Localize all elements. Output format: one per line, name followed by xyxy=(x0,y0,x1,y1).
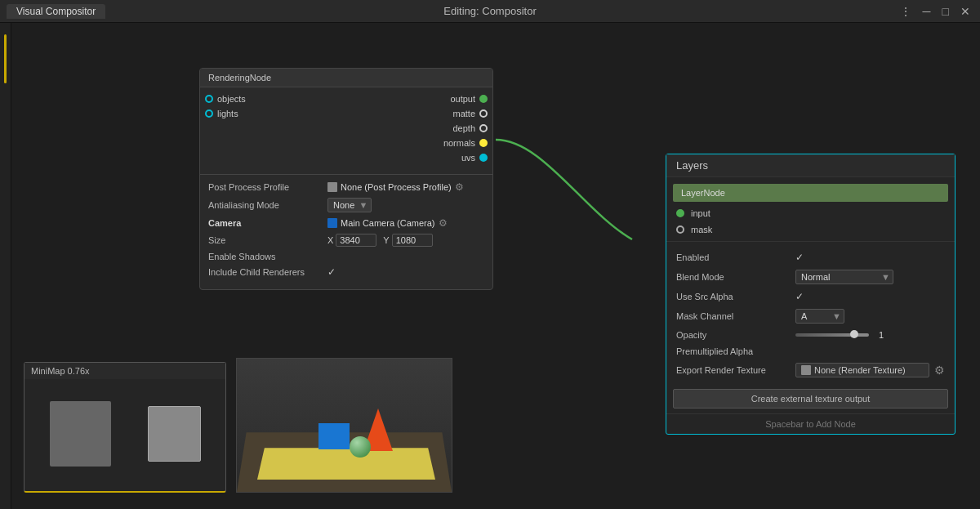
left-sidebar xyxy=(0,23,11,509)
size-inputs: X Y xyxy=(327,234,433,247)
layer-maskchannel-label: Mask Channel xyxy=(676,311,791,321)
include-child-checkmark: ✓ xyxy=(327,266,336,278)
output-depth-label: depth xyxy=(452,123,475,133)
camera-icon xyxy=(327,218,337,228)
size-y-field: Y xyxy=(383,234,432,247)
scene-blue-cube xyxy=(318,423,350,449)
sidebar-accent xyxy=(4,34,7,83)
blendmode-select[interactable]: Normal xyxy=(795,270,893,284)
size-x-field: X xyxy=(327,234,376,247)
input-objects: objects xyxy=(205,94,277,104)
maximize-button[interactable]: □ xyxy=(939,3,952,20)
socket-normals[interactable] xyxy=(479,139,488,147)
minimap-node-1 xyxy=(50,401,111,467)
create-external-texture-button[interactable]: Create external texture output xyxy=(673,389,948,409)
layer-opacity-row: Opacity 1 xyxy=(666,327,955,343)
output-normals: normals xyxy=(287,138,488,148)
scene-floor xyxy=(257,448,435,480)
menu-button[interactable]: ⋮ xyxy=(897,3,915,20)
viewport-preview xyxy=(236,358,452,493)
node-properties: Post Process Profile None (Post Process … xyxy=(200,174,492,289)
socket-uvs[interactable] xyxy=(479,154,488,162)
output-depth: depth xyxy=(287,123,488,133)
node-outputs: output matte depth normals xyxy=(282,87,492,174)
texture-text: None (Render Texture) xyxy=(814,365,906,375)
size-x-label: X xyxy=(327,235,333,245)
texture-icon xyxy=(801,365,811,375)
socket-matte[interactable] xyxy=(479,109,488,118)
layer-node-item[interactable]: LayerNode xyxy=(673,184,948,202)
output-matte: matte xyxy=(287,109,488,118)
layer-enabled-check: ✓ xyxy=(795,252,804,263)
rendering-node: RenderingNode objects lights ou xyxy=(199,68,493,290)
output-normals-label: normals xyxy=(443,138,475,148)
socket-objects[interactable] xyxy=(205,95,213,103)
minimap-header: MiniMap 0.76x xyxy=(24,363,225,379)
layers-panel: Layers LayerNode input mask Enabled ✓ B xyxy=(666,154,956,435)
size-x-input[interactable] xyxy=(336,234,376,247)
layer-opacity-label: Opacity xyxy=(676,330,791,340)
output-uvs: uvs xyxy=(287,153,488,163)
socket-lights[interactable] xyxy=(205,109,213,118)
size-y-input[interactable] xyxy=(392,234,433,247)
prop-camera-label: Camera xyxy=(208,218,323,228)
layer-enabled-label: Enabled xyxy=(676,252,791,262)
layer-mask-socket-row: mask xyxy=(666,221,955,238)
layer-input-socket[interactable] xyxy=(676,209,684,217)
viewport-bg xyxy=(237,359,452,492)
prop-size-label: Size xyxy=(208,235,323,245)
editor-title: Editing: Compositor xyxy=(443,5,536,17)
maskchannel-dropdown-wrapper: A ▼ xyxy=(795,309,844,324)
prop-camera: Camera Main Camera (Camera) ⚙ xyxy=(208,217,484,229)
layer-usesrcalpha-check: ✓ xyxy=(795,291,804,302)
window-tab-label: Visual Compositor xyxy=(7,4,105,19)
camera-text: Main Camera (Camera) xyxy=(341,218,435,228)
prop-antialiasing: Antialiasing Mode None ▼ xyxy=(208,198,484,212)
post-process-icon xyxy=(327,182,337,192)
node-canvas[interactable]: RenderingNode objects lights ou xyxy=(11,23,980,509)
window-controls: ⋮ ─ □ ✕ xyxy=(897,3,973,20)
opacity-slider[interactable] xyxy=(795,333,869,337)
socket-depth[interactable] xyxy=(479,124,488,132)
main-area: RenderingNode objects lights ou xyxy=(0,23,980,509)
node-header: RenderingNode xyxy=(200,69,492,87)
prop-size: Size X Y xyxy=(208,234,484,247)
layer-maskchannel-row: Mask Channel A ▼ xyxy=(666,306,955,327)
prop-include-child: Include Child Renderers ✓ xyxy=(208,266,484,278)
node-body: objects lights output matte xyxy=(200,87,492,174)
prop-camera-value: Main Camera (Camera) ⚙ xyxy=(327,217,450,229)
socket-output[interactable] xyxy=(479,95,488,103)
minimize-button[interactable]: ─ xyxy=(920,3,934,20)
layer-texture-row: Export Render Texture None (Render Textu… xyxy=(666,359,955,381)
post-process-text: None (Post Process Profile) xyxy=(341,182,452,192)
layer-premult-row: Premultiplied Alpha xyxy=(666,343,955,359)
post-process-gear-icon[interactable]: ⚙ xyxy=(455,181,466,193)
close-button[interactable]: ✕ xyxy=(957,3,973,20)
prop-post-process-label: Post Process Profile xyxy=(208,182,323,192)
opacity-thumb xyxy=(850,330,858,338)
blendmode-dropdown-wrapper: Normal ▼ xyxy=(795,270,893,284)
output-output-label: output xyxy=(450,94,475,104)
layer-mask-label: mask xyxy=(691,225,712,234)
layer-mask-socket[interactable] xyxy=(676,225,684,234)
output-output: output xyxy=(287,94,488,104)
layer-input-label: input xyxy=(691,208,710,218)
opacity-value: 1 xyxy=(879,330,884,340)
prop-antialiasing-label: Antialiasing Mode xyxy=(208,200,323,210)
layer-usesrcalpha-row: Use Src Alpha ✓ xyxy=(666,288,955,306)
antialiasing-value: None xyxy=(333,200,354,210)
layer-texture-label: Export Render Texture xyxy=(676,365,791,375)
scene-green-sphere xyxy=(350,436,371,458)
input-lights-label: lights xyxy=(217,109,238,118)
output-matte-label: matte xyxy=(452,109,475,118)
antialiasing-dropdown[interactable]: None ▼ xyxy=(327,198,372,212)
maskchannel-select[interactable]: A xyxy=(795,309,844,324)
include-child-label: Include Child Renderers xyxy=(208,267,323,277)
camera-gear-icon[interactable]: ⚙ xyxy=(439,217,450,229)
layer-enabled-row: Enabled ✓ xyxy=(666,248,955,266)
texture-gear-button[interactable]: ⚙ xyxy=(934,364,945,377)
minimap: MiniMap 0.76x xyxy=(24,362,226,493)
layer-premult-label: Premultiplied Alpha xyxy=(676,346,791,356)
layer-input-socket-row: input xyxy=(666,205,955,221)
input-lights: lights xyxy=(205,109,277,118)
